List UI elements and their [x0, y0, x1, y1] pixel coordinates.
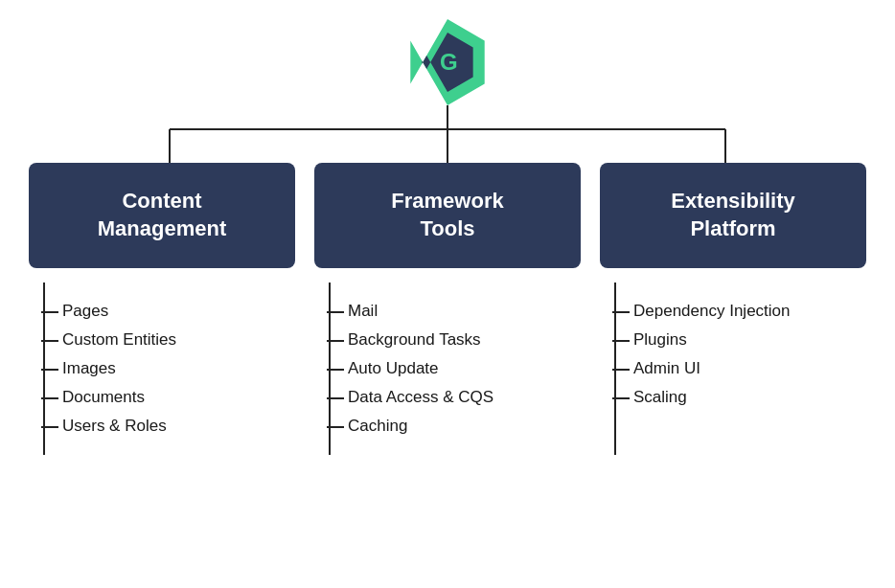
- list-item: Data Access & CQS: [329, 388, 576, 407]
- diagram: G ContentManagement FrameworkTools Exten…: [0, 0, 895, 588]
- connector-svg: [29, 105, 866, 163]
- framework-tools-list: Mail Background Tasks Auto Update Data A…: [314, 283, 581, 455]
- hexagon-outer: G: [404, 19, 491, 105]
- list-item: Images: [43, 359, 290, 378]
- list-item: Users & Roles: [43, 417, 290, 436]
- framework-tools-box: FrameworkTools: [314, 163, 581, 268]
- list-item: Mail: [329, 302, 576, 321]
- hexagon-inner: G: [418, 33, 477, 92]
- list-item: Custom Entities: [43, 330, 290, 350]
- list-item: Pages: [43, 302, 290, 321]
- connector-area: [29, 105, 866, 163]
- boxes-row: ContentManagement FrameworkTools Extensi…: [29, 163, 866, 268]
- list-item: Admin UI: [614, 359, 861, 378]
- content-management-box: ContentManagement: [29, 163, 295, 268]
- list-item: Documents: [43, 388, 290, 407]
- list-item: Scaling: [614, 388, 861, 407]
- list-item: Caching: [329, 417, 576, 436]
- list-item: Dependency Injection: [614, 302, 861, 321]
- list-item: Background Tasks: [329, 330, 576, 350]
- svg-text:G: G: [440, 49, 458, 75]
- list-item: Auto Update: [329, 359, 576, 378]
- list-item: Plugins: [614, 330, 861, 350]
- items-row: Pages Custom Entities Images Documents U…: [29, 283, 866, 455]
- framework-tools-label: FrameworkTools: [391, 188, 503, 242]
- extensibility-platform-box: ExtensibilityPlatform: [600, 163, 866, 268]
- content-management-list: Pages Custom Entities Images Documents U…: [29, 283, 295, 455]
- content-management-label: ContentManagement: [98, 188, 226, 242]
- extensibility-platform-label: ExtensibilityPlatform: [671, 188, 795, 242]
- logo-icon: G: [418, 33, 477, 92]
- extensibility-platform-list: Dependency Injection Plugins Admin UI Sc…: [600, 283, 866, 455]
- logo-container: G: [404, 19, 491, 105]
